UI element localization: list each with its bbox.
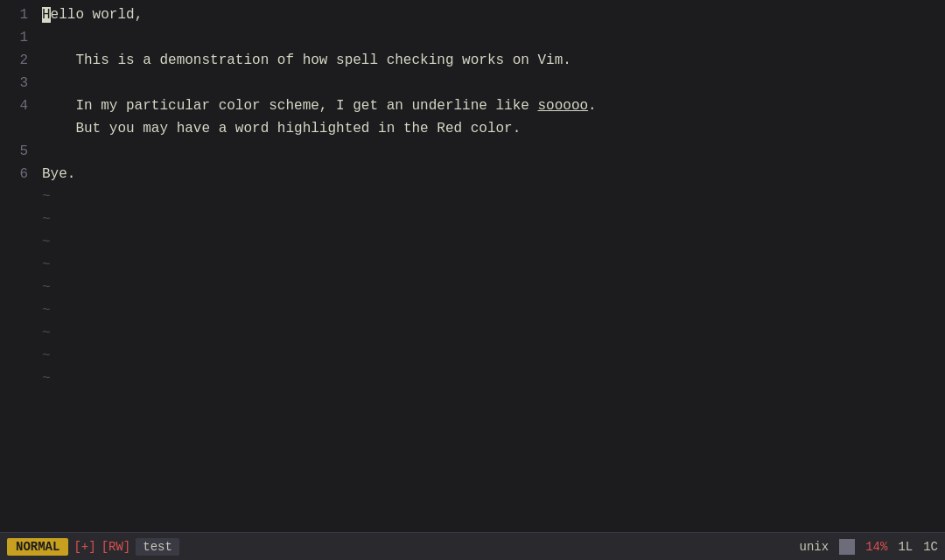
text-line-5 [42, 140, 945, 163]
line-num-t9 [0, 368, 28, 390]
file-format: unix [800, 540, 830, 554]
cursor: H [42, 7, 51, 23]
tilde-6: ~ [42, 299, 945, 322]
line-num-4: 4 [0, 94, 28, 117]
tilde-8: ~ [42, 345, 945, 368]
status-right: unix 14% 1L 1C [800, 539, 938, 555]
text-line-3 [42, 72, 945, 94]
line-num-5: 5 [0, 140, 28, 163]
tilde-9: ~ [42, 368, 945, 390]
line-numbers: 1 1 2 3 4 5 6 [0, 4, 35, 532]
highlighted-word: highlighted [277, 121, 370, 136]
editor-content: 1 1 2 3 4 5 6 Hello world, This is a dem… [0, 0, 945, 532]
status-bar: NORMAL [+] [RW] test unix 14% 1L 1C [0, 532, 945, 560]
line-num-1: 1 [0, 4, 28, 26]
line-num-t6 [0, 299, 28, 322]
line-num-t8 [0, 345, 28, 368]
line-num-t3 [0, 231, 28, 254]
text-line-1: Hello world, [42, 4, 945, 26]
filename: test [136, 538, 179, 556]
tilde-5: ~ [42, 276, 945, 299]
tilde-7: ~ [42, 322, 945, 345]
text-line-6: Bye. [42, 163, 945, 186]
text-line-2: This is a demonstration of how spell che… [42, 49, 945, 72]
tilde-1: ~ [42, 186, 945, 208]
tilde-4: ~ [42, 254, 945, 276]
mode-badge: NORMAL [7, 538, 68, 556]
line-num-t1 [0, 186, 28, 208]
line-num-3: 3 [0, 72, 28, 94]
line-num-t2 [0, 208, 28, 231]
line-num-1b: 1 [0, 26, 28, 49]
tilde-3: ~ [42, 231, 945, 254]
text-line-4: In my particular color scheme, I get an … [42, 94, 945, 117]
text-line-4-cont: But you may have a word highlighted in t… [42, 117, 945, 140]
text-line-1b [42, 26, 945, 49]
line-num-t7 [0, 322, 28, 345]
line-count: 1L [898, 540, 913, 554]
rw-flag: [RW] [102, 540, 131, 554]
tilde-2: ~ [42, 208, 945, 231]
modified-flag: [+] [74, 540, 95, 554]
col-count: 1C [923, 540, 938, 554]
spell-error-sooooo: sooooo [538, 98, 589, 114]
color-box [839, 539, 855, 555]
vim-editor: 1 1 2 3 4 5 6 Hello world, This is a dem… [0, 0, 945, 560]
line-num-2: 2 [0, 49, 28, 72]
line-num-4-cont [0, 117, 28, 140]
line-num-t4 [0, 254, 28, 276]
percent: 14% [865, 540, 887, 554]
editor-text-area[interactable]: Hello world, This is a demonstration of … [35, 4, 945, 532]
line-num-6: 6 [0, 163, 28, 186]
line-num-t5 [0, 276, 28, 299]
